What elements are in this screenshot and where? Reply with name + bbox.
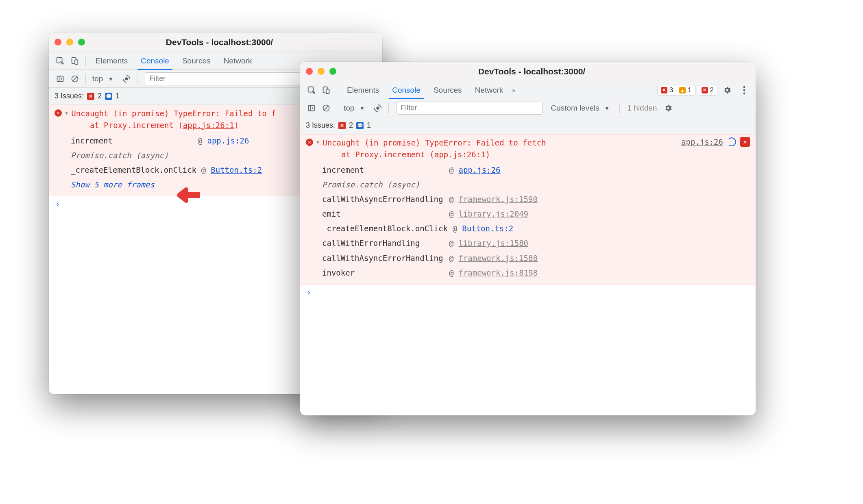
- filter-input[interactable]: Filter: [396, 102, 543, 115]
- stack-fn: callWithErrorHandling: [322, 236, 444, 250]
- tab-elements[interactable]: Elements: [340, 81, 386, 99]
- error-count-icon: ✕: [87, 93, 94, 100]
- device-toggle-icon[interactable]: [69, 55, 81, 67]
- stack-fn: emit: [322, 206, 444, 221]
- retry-icon[interactable]: [727, 137, 736, 146]
- inspect-icon[interactable]: [305, 84, 318, 96]
- chevron-down-icon: ▼: [108, 76, 113, 82]
- issues-bar[interactable]: 3 Issues: ✕ 2 💬 1: [300, 117, 756, 134]
- stack-location-link[interactable]: framework.js:8198: [458, 265, 537, 280]
- source-link[interactable]: app.js:26: [681, 137, 723, 146]
- stack-async-boundary: Promise.catch (async): [322, 177, 444, 192]
- console-prompt[interactable]: ›: [300, 285, 756, 300]
- show-more-frames-link[interactable]: Show 5 more frames: [71, 177, 155, 192]
- error-location-link[interactable]: app.js:26:1: [183, 121, 234, 130]
- message-count-icon: 💬: [356, 122, 364, 129]
- svg-rect-14: [309, 105, 315, 111]
- clear-console-icon[interactable]: [69, 73, 81, 85]
- titlebar[interactable]: DevTools - localhost:3000/: [49, 33, 382, 52]
- stack-fn: callWithAsyncErrorHandling: [322, 251, 444, 265]
- tab-sources[interactable]: Sources: [427, 81, 469, 99]
- tab-network[interactable]: Network: [469, 81, 510, 99]
- svg-rect-2: [75, 60, 78, 64]
- error-icon: ✕: [54, 109, 62, 117]
- log-levels-selector[interactable]: Custom levels▼: [547, 104, 616, 113]
- stack-fn: _createElementBlock.onClick: [71, 163, 196, 177]
- sidebar-toggle-icon[interactable]: [54, 73, 66, 85]
- svg-rect-9: [326, 89, 329, 93]
- live-expression-icon[interactable]: [120, 73, 133, 85]
- devtools-window-2: DevTools - localhost:3000/ Elements Cons…: [300, 62, 756, 415]
- close-icon[interactable]: [306, 68, 313, 75]
- message-count: 1: [367, 121, 371, 130]
- stack-fn: increment: [71, 133, 193, 148]
- issues-label: 3 Issues:: [54, 92, 84, 100]
- device-toggle-icon[interactable]: [320, 84, 332, 96]
- stack-location-link[interactable]: library.js:2049: [458, 206, 528, 221]
- stack-fn: invoker: [322, 265, 444, 280]
- error-entry[interactable]: ✕ ▼ Uncaught (in promise) TypeError: Fai…: [300, 134, 756, 285]
- svg-point-10: [726, 89, 728, 91]
- stack-location-link[interactable]: Button.ts:2: [211, 163, 262, 177]
- stack-location-link[interactable]: Button.ts:2: [462, 221, 513, 236]
- error-icon: ✕: [306, 139, 313, 146]
- window-title: DevTools - localhost:3000/: [314, 67, 750, 76]
- tab-console[interactable]: Console: [134, 52, 176, 70]
- annotation-arrow-icon: [177, 186, 200, 204]
- issues-label: 3 Issues:: [306, 121, 335, 130]
- svg-point-17: [667, 107, 670, 109]
- chevron-down-icon: ▼: [359, 105, 365, 111]
- error-badge-icon[interactable]: ✕: [740, 137, 750, 147]
- svg-point-13: [743, 92, 745, 94]
- close-icon[interactable]: [54, 39, 61, 46]
- stack-async-boundary: Promise.catch (async): [71, 148, 193, 163]
- svg-point-5: [125, 77, 128, 80]
- error-location-link[interactable]: app.js:26:1: [434, 150, 486, 159]
- svg-point-16: [377, 106, 379, 109]
- more-tabs-icon[interactable]: »: [512, 87, 515, 93]
- window-title: DevTools - localhost:3000/: [62, 37, 377, 47]
- stack-location-link[interactable]: framework.js:1588: [458, 251, 537, 265]
- titlebar[interactable]: DevTools - localhost:3000/: [300, 62, 756, 81]
- error-count-icon: ✕: [338, 122, 346, 129]
- stack-location-link[interactable]: framework.js:1590: [458, 192, 537, 206]
- tab-elements[interactable]: Elements: [89, 52, 134, 70]
- svg-point-12: [743, 89, 745, 91]
- kebab-menu-icon[interactable]: [738, 84, 750, 96]
- error-message: Uncaught (in promise) TypeError: Failed …: [323, 137, 546, 160]
- status-cluster: ✕3 ▲1 ✕2: [657, 84, 752, 96]
- stack-fn: increment: [322, 163, 444, 177]
- collapse-toggle-icon[interactable]: ▼: [65, 110, 68, 116]
- hidden-count[interactable]: 1 hidden: [623, 104, 661, 113]
- settings-icon[interactable]: [721, 84, 733, 96]
- message-count-icon: 💬: [105, 93, 112, 100]
- status-errors[interactable]: ✕3 ▲1: [657, 85, 695, 96]
- context-selector[interactable]: top▼: [340, 104, 370, 113]
- console-settings-icon[interactable]: [662, 102, 674, 114]
- console-toolbar: top▼ Filter Custom levels▼ 1 hidden: [300, 99, 756, 117]
- live-expression-icon[interactable]: [372, 102, 384, 114]
- chevron-down-icon: ▼: [604, 105, 610, 111]
- error-count: 2: [98, 92, 102, 100]
- svg-point-11: [743, 86, 745, 88]
- stack-trace: increment@ app.js:26 Promise.catch (asyn…: [322, 163, 750, 280]
- clear-console-icon[interactable]: [320, 102, 332, 114]
- console-body: ✕ ▼ Uncaught (in promise) TypeError: Fai…: [300, 134, 756, 415]
- collapse-toggle-icon[interactable]: ▼: [316, 139, 319, 145]
- error-message: Uncaught (in promise) TypeError: Failed …: [71, 108, 276, 131]
- svg-rect-3: [57, 76, 63, 81]
- stack-fn: callWithAsyncErrorHandling: [322, 192, 444, 206]
- context-selector[interactable]: top▼: [89, 74, 119, 83]
- tab-sources[interactable]: Sources: [176, 52, 217, 70]
- tab-console[interactable]: Console: [386, 81, 427, 99]
- tab-network[interactable]: Network: [217, 52, 259, 70]
- panel-tabbar: Elements Console Sources Network » ✕3 ▲1…: [300, 81, 756, 99]
- stack-location-link[interactable]: app.js:26: [207, 133, 249, 148]
- stack-fn: _createElementBlock.onClick: [322, 221, 448, 236]
- stack-location-link[interactable]: app.js:26: [458, 163, 500, 177]
- status-messages[interactable]: ✕2: [698, 85, 717, 96]
- error-count: 2: [349, 121, 353, 130]
- stack-location-link[interactable]: library.js:1580: [458, 236, 528, 250]
- sidebar-toggle-icon[interactable]: [305, 102, 318, 114]
- inspect-icon[interactable]: [54, 55, 66, 67]
